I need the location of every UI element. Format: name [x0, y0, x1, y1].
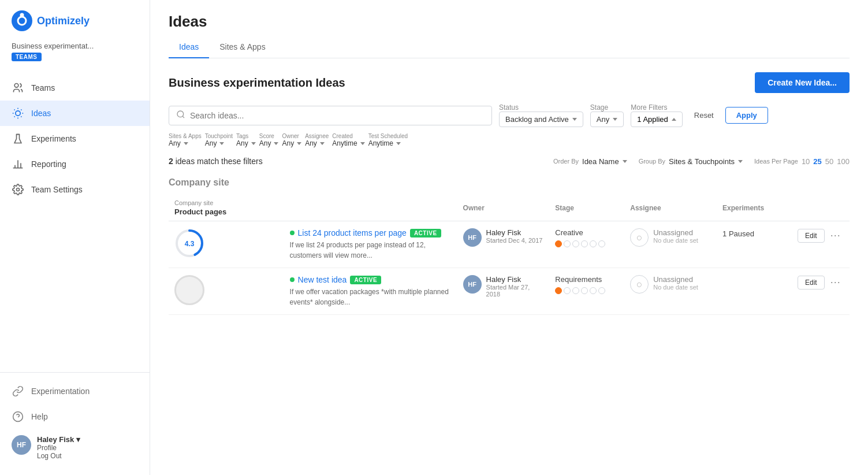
stage-cell: Requirements: [549, 268, 624, 315]
sidebar-item-help[interactable]: Help: [0, 404, 150, 429]
stage-cell: Creative: [549, 221, 624, 268]
sidebar-item-reporting[interactable]: Reporting: [0, 151, 150, 177]
owner-avatar: HF: [463, 275, 482, 294]
sidebar-item-experimentation[interactable]: Experimentation: [0, 378, 150, 404]
order-by-dropdown[interactable]: Idea Name: [582, 157, 627, 166]
sidebar-item-ideas[interactable]: Ideas: [0, 101, 150, 126]
more-options-button[interactable]: ···: [828, 275, 843, 290]
search-input[interactable]: [190, 111, 485, 120]
sidebar-nav: Teams Ideas Experiments: [0, 69, 150, 372]
per-page-25[interactable]: 25: [813, 157, 821, 166]
sidebar-item-team-settings[interactable]: Team Settings: [0, 177, 150, 202]
owner-value[interactable]: Any: [282, 139, 301, 147]
per-page-options: 10 25 50 100: [802, 157, 850, 166]
assignee-filter[interactable]: Assignee Any: [305, 133, 329, 147]
stage-filter[interactable]: Stage Any: [590, 103, 624, 127]
ideas-table: Company site Product pages Owner Stage A…: [169, 195, 850, 315]
created-value[interactable]: Anytime: [332, 139, 364, 147]
tags-filter[interactable]: Tags Any: [236, 133, 256, 147]
sidebar-item-reporting-label: Reporting: [31, 159, 66, 169]
col-owner: Owner: [457, 195, 550, 221]
stage-dot-1: [555, 240, 562, 247]
sidebar: Optimizely Business experimentat... TEAM…: [0, 0, 150, 475]
stage-label: Stage: [590, 103, 624, 112]
svg-line-7: [14, 110, 15, 110]
filter-row-primary: Status Backlog and Active Stage Any More…: [169, 103, 850, 127]
lightbulb-icon: [12, 107, 24, 120]
sites-apps-value[interactable]: Any: [169, 139, 202, 147]
table-header: Company site Product pages Owner Stage A…: [169, 195, 850, 221]
col-stage: Stage: [549, 195, 624, 221]
score-circle: 4.3: [174, 228, 204, 258]
user-section[interactable]: HF Haley Fisk ▾ Profile Log Out: [0, 429, 150, 466]
sidebar-item-experiments[interactable]: Experiments: [0, 126, 150, 151]
section-title: Business experimentation Ideas: [169, 76, 345, 90]
edit-button[interactable]: Edit: [798, 229, 825, 243]
sidebar-item-experimentation-label: Experimentation: [31, 387, 90, 396]
search-icon: [176, 110, 185, 121]
actions-cell: Edit ···: [792, 221, 850, 268]
logout-link[interactable]: Log Out: [37, 452, 80, 460]
idea-title[interactable]: New test idea: [298, 275, 347, 284]
stage-dropdown[interactable]: Any: [590, 112, 624, 127]
assignee-due-date: No due date set: [653, 284, 698, 291]
logo-text: Optimizely: [37, 15, 90, 27]
per-page-10[interactable]: 10: [802, 157, 810, 166]
status-dot: [290, 277, 295, 282]
per-page-control: Ideas Per Page 10 25 50 100: [754, 157, 850, 166]
more-filters-button[interactable]: 1 Applied: [631, 112, 683, 127]
score-filter[interactable]: Score Any: [259, 133, 279, 147]
page-header: Ideas Ideas Sites & Apps: [150, 0, 868, 58]
profile-link[interactable]: Profile: [37, 444, 80, 452]
more-options-button[interactable]: ···: [828, 228, 843, 243]
sidebar-item-team-settings-label: Team Settings: [31, 185, 83, 194]
sidebar-item-teams[interactable]: Teams: [0, 75, 150, 101]
group-by-dropdown[interactable]: Sites & Touchpoints: [669, 157, 743, 166]
col-assignee: Assignee: [624, 195, 717, 221]
status-dot: [290, 231, 295, 235]
apply-button[interactable]: Apply: [725, 107, 768, 124]
status-dropdown[interactable]: Backlog and Active: [499, 112, 583, 127]
group-company-site: Company site Company site Product pages …: [169, 177, 850, 315]
per-page-50[interactable]: 50: [825, 157, 833, 166]
stage-dot-5: [590, 287, 597, 294]
create-idea-button[interactable]: Create New Idea...: [755, 72, 850, 93]
results-controls: Order By Idea Name Group By Sites & Touc…: [553, 157, 850, 166]
idea-title[interactable]: List 24 product items per page: [298, 228, 407, 238]
test-scheduled-filter[interactable]: Test Scheduled Anytime: [368, 133, 408, 147]
user-name: Haley Fisk ▾: [37, 435, 80, 444]
sites-apps-filter[interactable]: Sites & Apps Any: [169, 133, 202, 147]
chevron-up-icon: [672, 118, 676, 121]
tab-sites-apps[interactable]: Sites & Apps: [209, 38, 275, 58]
tab-ideas[interactable]: Ideas: [169, 38, 209, 58]
user-info: Haley Fisk ▾ Profile Log Out: [37, 435, 80, 460]
per-page-100[interactable]: 100: [837, 157, 850, 166]
edit-button[interactable]: Edit: [798, 276, 825, 290]
test-scheduled-value[interactable]: Anytime: [368, 139, 408, 147]
status-label: Status: [499, 103, 583, 112]
flask-icon: [12, 132, 24, 145]
search-box[interactable]: [169, 106, 492, 125]
users-icon: [12, 81, 24, 94]
logo[interactable]: Optimizely: [0, 0, 150, 39]
table-row: New test idea ACTIVE If we offer vacatio…: [169, 268, 850, 315]
score-value[interactable]: Any: [259, 139, 279, 147]
created-filter[interactable]: Created Anytime: [332, 133, 364, 147]
chevron-down-icon: [572, 118, 577, 121]
chevron-down-icon: [251, 142, 256, 145]
touchpoint-filter[interactable]: Touchpoint Any: [205, 133, 233, 147]
owner-filter[interactable]: Owner Any: [282, 133, 301, 147]
svg-line-22: [182, 116, 184, 118]
assignee-cell: ○ Unassigned No due date set: [624, 268, 717, 315]
assignee-avatar: ○: [630, 228, 649, 247]
idea-score-cell: 4.3: [169, 221, 284, 268]
touchpoint-value[interactable]: Any: [205, 139, 233, 147]
tags-value[interactable]: Any: [236, 139, 256, 147]
status-filter[interactable]: Status Backlog and Active: [499, 103, 583, 127]
stage-dot-2: [564, 287, 571, 294]
more-filters[interactable]: More Filters 1 Applied: [631, 103, 683, 127]
assignee-value[interactable]: Any: [305, 139, 329, 147]
col-actions: [792, 195, 850, 221]
owner-avatar: HF: [463, 228, 482, 247]
reset-button[interactable]: Reset: [690, 108, 718, 123]
